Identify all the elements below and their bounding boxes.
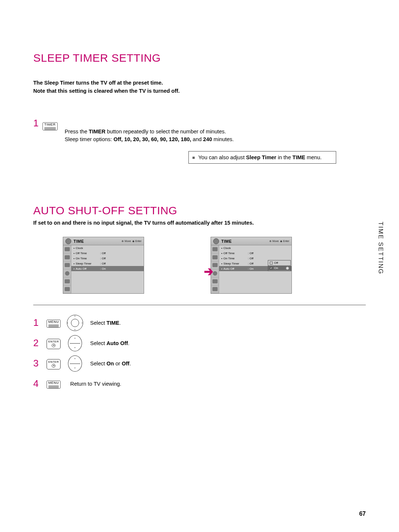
side-icon (212, 279, 218, 283)
osd-row-selected: •Auto Off: On (71, 266, 144, 271)
enter-btn-label: ENTER (48, 360, 59, 364)
osd-hints: ⊕ Move ◉ Enter (269, 240, 291, 243)
intro-line2: Note that this setting is cleared when t… (33, 88, 180, 94)
step-number: 1 (33, 117, 38, 129)
step-number: 2 (33, 337, 42, 349)
side-tab: TIME SETTING (377, 222, 384, 274)
section2-sub: If set to on and there is no input signa… (33, 220, 366, 226)
osd-header: TIME ⊕ Move ◉ Enter (63, 237, 144, 245)
popup-off: Off (268, 260, 290, 266)
step-number: 3 (33, 358, 42, 369)
menu-btn-label: MENU (48, 320, 59, 324)
side-icon-selected (65, 271, 69, 276)
step-2: 2 ENTER ⌃⌄ Select Auto Off. (33, 333, 366, 353)
bullet-icon (192, 157, 195, 159)
menu-button: MENU (47, 381, 61, 389)
page: SLEEP TIMER SETTING The Sleep Timer turn… (0, 0, 399, 532)
intro-line1: The Sleep Timer turns the TV off at the … (33, 80, 163, 86)
section1-intro: The Sleep Timer turns the TV off at the … (33, 79, 366, 95)
side-icon (65, 279, 70, 283)
osd-header: TIME ⊕ Move ◉ Enter (211, 237, 291, 245)
step-number: 4 (33, 378, 42, 389)
side-icon (65, 247, 70, 251)
section2-title: AUTO SHUT-OFF SETTING (33, 204, 366, 217)
updown-icon: ⌃⌄ (68, 335, 82, 351)
section1-title: SLEEP TIMER SETTING (33, 52, 366, 64)
enter-button: ENTER (47, 339, 61, 349)
side-icon (65, 263, 70, 267)
step-3: 3 ENTER ⌃⌄ Select On or Off. (33, 353, 366, 374)
page-number: 67 (359, 511, 366, 517)
steps: 1 MENU ⌃⌄‹› Select TIME. 2 ENTER (33, 313, 366, 394)
osd-title: TIME (74, 239, 84, 243)
side-icon (212, 247, 218, 251)
step-1: 1 MENU ⌃⌄‹› Select TIME. (33, 313, 366, 333)
osd-row: TIME ⊕ Move ◉ Enter •Clock •Off Time: Of… (63, 237, 366, 294)
step1-desc: Press the TIMER button repeatedly to sel… (65, 117, 366, 144)
side-icon (65, 255, 70, 259)
osd-menu-list: •Clock •Off Time: Off •On Time: Off •Sle… (219, 245, 291, 293)
enter-btn-label: ENTER (48, 340, 59, 343)
menu-button: MENU (47, 320, 61, 328)
step-desc: Return to TV viewing. (70, 381, 121, 387)
side-icon (65, 287, 70, 291)
enter-button: ENTER (47, 359, 61, 369)
time-icon (213, 238, 219, 244)
menu-btn-label: MENU (48, 381, 59, 385)
side-icon (212, 287, 218, 291)
step-desc: Select On or Off. (90, 361, 131, 366)
osd-side-icons (63, 245, 71, 293)
timer-btn-label: TIMER (44, 123, 56, 126)
dpad-icon: ⌃⌄‹› (67, 315, 83, 331)
osd-menu-list: •Clock •Off Time: Off •On Time: Off •Sle… (71, 245, 144, 293)
osd-hints: ⊕ Move ◉ Enter (122, 240, 144, 243)
osd-panel-right: TIME ⊕ Move ◉ Enter •Clock •Off Time: Of… (211, 237, 292, 294)
step-desc: Select TIME. (90, 320, 121, 326)
step-number: 1 (33, 317, 42, 328)
note-box: You can also adjust Sleep Timer in the T… (188, 151, 336, 164)
step-desc: Select Auto Off. (90, 340, 129, 346)
time-icon (65, 238, 71, 244)
osd-title: TIME (221, 239, 232, 243)
radio-selected-icon (286, 267, 289, 270)
arrow-right-icon: ➔ (204, 264, 213, 279)
side-icon (212, 255, 218, 259)
timer-btn-box: TIMER (42, 122, 58, 130)
updown-icon: ⌃⌄ (68, 355, 82, 372)
separator (33, 305, 366, 305)
timer-button: TIMER (42, 120, 58, 130)
popup-on: ✓On (268, 266, 290, 271)
side-icon-selected (213, 271, 217, 276)
step-4: 4 MENU Return to TV viewing. (33, 374, 366, 394)
osd-panel-left: TIME ⊕ Move ◉ Enter •Clock •Off Time: Of… (63, 237, 144, 294)
osd-popup: Off ✓On (268, 260, 291, 271)
step1: 1 TIMER Press the TIMER button repeatedl… (33, 117, 366, 144)
